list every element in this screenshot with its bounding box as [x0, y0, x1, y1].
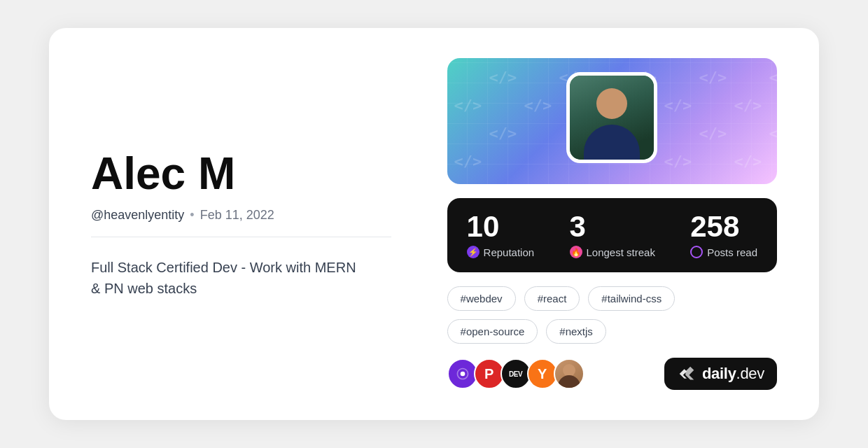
svg-point-0 [460, 372, 465, 377]
left-panel: Alec M @heavenlyentity • Feb 11, 2022 Fu… [91, 149, 391, 299]
streak-label: 🔥 Longest streak [570, 246, 655, 258]
avatar-face [570, 76, 654, 160]
avatar-wrapper [566, 72, 657, 163]
user-name: Alec M [91, 149, 391, 198]
tag-nextjs[interactable]: #nextjs [546, 319, 606, 344]
source-devto[interactable]: DEV [500, 358, 531, 389]
reputation-value: 10 [467, 212, 500, 241]
meta-dot: • [190, 208, 194, 223]
divider [91, 237, 391, 237]
avatar [566, 72, 657, 163]
tag-react[interactable]: #react [524, 286, 580, 311]
join-date: Feb 11, 2022 [200, 208, 274, 223]
source-user-avatar[interactable] [554, 358, 584, 389]
tag-tailwind[interactable]: #tailwind-css [588, 286, 675, 311]
stat-posts: 258 Posts read [690, 212, 757, 258]
dailydev-text: daily.dev [702, 365, 764, 383]
user-handle: @heavenlyentity [91, 208, 184, 223]
posts-icon [690, 246, 703, 258]
tag-opensource[interactable]: #open-source [447, 319, 538, 344]
stat-streak: 3 🔥 Longest streak [570, 212, 655, 258]
tags-row-1: #webdev #react #tailwind-css [447, 286, 777, 311]
tag-webdev[interactable]: #webdev [447, 286, 516, 311]
reputation-icon: ⚡ [467, 246, 479, 258]
profile-banner: </> </> </> </> </> </> </> </> </> </> … [447, 58, 777, 184]
source-icons: P DEV Y [447, 358, 584, 389]
posts-label: Posts read [690, 246, 757, 258]
dailydev-icon [677, 365, 696, 382]
streak-icon: 🔥 [570, 246, 582, 258]
sources-row: P DEV Y daily.dev [447, 358, 777, 390]
right-panel: </> </> </> </> </> </> </> </> </> </> … [447, 58, 777, 390]
posts-value: 258 [690, 212, 739, 241]
source-ycombinator[interactable]: Y [527, 358, 558, 389]
tags-container: #webdev #react #tailwind-css #open-sourc… [447, 286, 777, 344]
stat-reputation: 10 ⚡ Reputation [467, 212, 535, 258]
profile-card: Alec M @heavenlyentity • Feb 11, 2022 Fu… [49, 28, 819, 420]
tags-row-2: #open-source #nextjs [447, 319, 777, 344]
stats-bar: 10 ⚡ Reputation 3 🔥 Longest streak 258 P… [447, 198, 777, 272]
dailydev-logo: daily.dev [664, 358, 777, 390]
source-hashnode[interactable] [447, 358, 478, 389]
user-bio: Full Stack Certified Dev - Work with MER… [91, 257, 357, 299]
reputation-label: ⚡ Reputation [467, 246, 535, 258]
streak-value: 3 [570, 212, 586, 241]
user-meta: @heavenlyentity • Feb 11, 2022 [91, 208, 391, 223]
source-producthunt[interactable]: P [474, 358, 505, 389]
